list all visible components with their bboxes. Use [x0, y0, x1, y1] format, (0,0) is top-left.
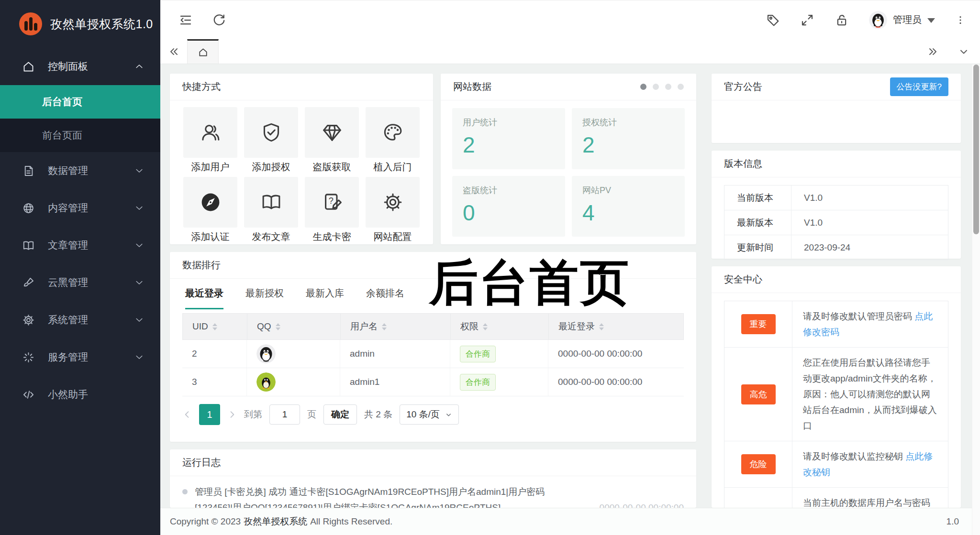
username-label: 管理员: [893, 13, 922, 26]
column-header-permission[interactable]: 权限: [451, 314, 549, 339]
quick-action-generate-cardkey[interactable]: ? 生成卡密: [305, 177, 359, 243]
chevron-down-icon: [134, 203, 144, 213]
globe-icon: [22, 202, 35, 215]
quick-actions-panel: 快捷方式 添加用户 添加授权: [170, 74, 433, 244]
column-header-uid[interactable]: UID: [183, 314, 247, 339]
announcement-refresh-button[interactable]: 公告没更新?: [890, 77, 948, 96]
tabs-scroll-right-icon[interactable]: [920, 46, 947, 57]
quick-action-add-auth[interactable]: 添加认证: [183, 177, 237, 243]
site-stats-panel: 网站数据 用户统计 2: [441, 74, 696, 244]
sidebar-item-label: 数据管理: [48, 164, 88, 177]
panel-title: 版本信息: [712, 151, 961, 177]
sidebar-item-cloudblack-management[interactable]: 云黑管理: [0, 264, 160, 301]
version-row: 当前版本 V1.0: [724, 186, 948, 210]
fullscreen-icon[interactable]: [800, 13, 814, 27]
carousel-dot[interactable]: [640, 84, 646, 90]
kebab-menu-icon[interactable]: [955, 13, 966, 27]
confirm-page-button[interactable]: 确定: [323, 404, 357, 425]
tag-icon[interactable]: [766, 13, 780, 27]
severity-badge: 重要: [741, 314, 776, 334]
current-page-button[interactable]: 1: [199, 404, 220, 425]
carousel-dot[interactable]: [665, 84, 671, 90]
sidebar-item-content-management[interactable]: 内容管理: [0, 189, 160, 227]
shield-check-icon: [260, 121, 282, 143]
app-window: 孜然单授权系统1.0 控制面板 后台首页 前台页面: [0, 0, 980, 535]
scrollbar-track[interactable]: [972, 65, 980, 535]
sidebar-item-control-panel[interactable]: 控制面板: [0, 48, 160, 85]
role-badge: 合作商: [460, 346, 496, 362]
quick-action-publish-article[interactable]: 发布文章: [244, 177, 298, 243]
card-key-icon: ?: [321, 191, 343, 213]
palette-icon: [382, 121, 404, 143]
gear-icon: [382, 191, 404, 213]
logo-icon: [19, 12, 42, 35]
next-page-icon[interactable]: [227, 410, 237, 419]
tab-latest-storage[interactable]: 最新入库: [306, 279, 344, 309]
diamond-icon: [321, 121, 343, 143]
svg-text:?: ?: [328, 196, 333, 206]
carousel-dot[interactable]: [653, 84, 659, 90]
sidebar-item-label: 文章管理: [48, 239, 88, 252]
tabs-menu-icon[interactable]: [950, 46, 977, 57]
stat-value: 4: [582, 200, 674, 226]
loader-icon: [22, 351, 35, 364]
user-menu[interactable]: 管理员: [869, 11, 935, 29]
security-table: 重要 请及时修改默认管理员密码 点此修改密码 高危 您正在使用后台默认路径请您手…: [724, 301, 948, 508]
tab-balance-ranking[interactable]: 余额排名: [366, 279, 404, 309]
sidebar-item-label: 系统管理: [48, 313, 88, 327]
column-header-username[interactable]: 用户名: [341, 314, 451, 339]
table-row: 2 admin 合作商 0000-00-00 00:00:00: [182, 340, 684, 368]
quick-action-backdoor[interactable]: 植入后门: [366, 107, 420, 173]
tabbar: [160, 39, 980, 64]
home-icon: [22, 60, 35, 73]
column-header-lastlogin[interactable]: 最近登录: [549, 314, 683, 339]
version-table: 当前版本 V1.0 最新版本 V1.0 更新时间 2023-09-24: [724, 185, 948, 260]
total-count-label: 共 2 条: [364, 408, 392, 421]
tab-recent-login[interactable]: 最近登录: [185, 279, 223, 309]
sidebar-item-system-management[interactable]: 系统管理: [0, 301, 160, 338]
collapse-sidebar-icon[interactable]: [178, 13, 193, 27]
tabs-scroll-left-icon[interactable]: [160, 39, 187, 64]
chevron-up-icon: [134, 62, 144, 71]
sidebar-item-assistant[interactable]: 小然助手: [0, 376, 160, 413]
stat-card-users: 用户统计 2: [452, 108, 565, 169]
cell-username: admin: [340, 340, 450, 368]
quick-action-add-license[interactable]: 添加授权: [244, 107, 298, 173]
page-size-select[interactable]: 10 条/页: [400, 404, 459, 425]
sidebar-item-backend-home[interactable]: 后台首页: [0, 85, 160, 119]
tab-latest-license[interactable]: 最新授权: [245, 279, 284, 309]
announcement-panel: 官方公告 公告没更新?: [712, 74, 961, 143]
sidebar-item-article-management[interactable]: 文章管理: [0, 227, 160, 264]
carousel-dots: [640, 84, 684, 90]
page-number-input[interactable]: [269, 404, 300, 425]
dashboard-content: 后台首页 快捷方式 添加用户 添加: [160, 64, 980, 508]
sidebar-item-label: 控制面板: [48, 60, 88, 73]
ranking-table: UID QQ 用户名 权限 最近登录 2: [182, 313, 684, 396]
column-header-qq[interactable]: QQ: [247, 314, 341, 339]
unlock-icon[interactable]: [835, 13, 849, 27]
quick-action-piracy-capture[interactable]: 盗版获取: [305, 107, 359, 173]
sidebar: 孜然单授权系统1.0 控制面板 后台首页 前台页面: [0, 0, 160, 535]
panel-title: 官方公告: [724, 80, 762, 93]
chevron-down-icon: [134, 315, 144, 325]
carousel-dot[interactable]: [678, 84, 684, 90]
refresh-icon[interactable]: [212, 13, 226, 27]
sidebar-item-service-management[interactable]: 服务管理: [0, 338, 160, 376]
scrollbar-thumb[interactable]: [973, 65, 979, 234]
sidebar-item-data-management[interactable]: 数据管理: [0, 152, 160, 189]
tab-home[interactable]: [187, 39, 219, 64]
book-icon: [22, 239, 35, 252]
quick-action-add-user[interactable]: 添加用户: [183, 107, 237, 173]
sidebar-item-frontend-page[interactable]: 前台页面: [0, 119, 160, 152]
prev-page-icon[interactable]: [182, 410, 192, 419]
page-unit-label: 页: [307, 408, 316, 421]
main-area: 管理员: [160, 0, 980, 535]
cell-uid: 2: [182, 340, 247, 368]
announcement-body: [712, 100, 961, 143]
panel-title: 网站数据: [453, 80, 491, 93]
version-row: 最新版本 V1.0: [724, 210, 948, 235]
sort-carets-icon: [382, 323, 387, 330]
running-log-panel: 运行日志 管理员 [卡密兑换] 成功 通过卡密[S1OGAgrNAm19RCEo…: [170, 449, 696, 508]
quick-action-site-config[interactable]: 网站配置: [366, 177, 420, 243]
role-badge: 合作商: [460, 374, 496, 391]
